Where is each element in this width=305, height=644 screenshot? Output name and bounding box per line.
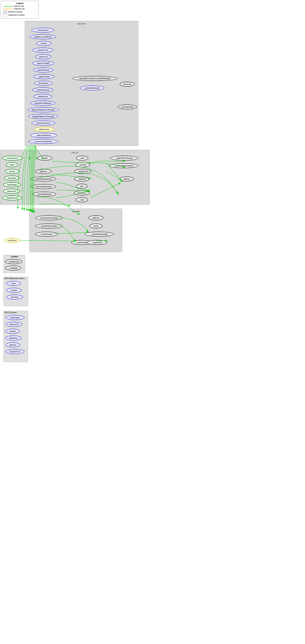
buytruth-label: BuyTruth (77, 22, 86, 25)
node-erc20-allowance[interactable]: allowance (74, 190, 90, 196)
node-erc20-name[interactable]: name (6, 162, 18, 167)
legend-item-internal: Internal Call (3, 5, 36, 7)
node-erc20-beforetokentransfer[interactable]: _beforeTokenTransfer (109, 163, 138, 168)
undefined-contract-label: Undefined Contract (8, 14, 24, 16)
erc20-container: ERC20 <Constructor> name symbol decimals… (0, 150, 150, 205)
node-ierc20meta-decimals[interactable]: decimals (6, 294, 23, 300)
context-container: Context _msgSender _msgData (4, 255, 25, 273)
internal-call-label: Internal Call (14, 5, 24, 7)
internal-call-line (3, 6, 13, 6)
ownable-container: Ownable renounceOwnership transferOwners… (30, 208, 122, 252)
node-ierc20-approve[interactable]: approve (6, 342, 20, 347)
node-bt-availablerewards[interactable]: availableRewards (80, 86, 104, 90)
node-erc20-spendallowance[interactable]: _spendAllowance (32, 192, 56, 196)
node-erc20-increaseallowance[interactable]: increaseAllowance (32, 184, 56, 189)
ierc20-container: IERC20 (iface) totalSupply balanceOf tra… (4, 311, 28, 362)
node-ierc20-totalsupply[interactable]: totalSupply (6, 315, 24, 320)
node-bt-lpmaintainer[interactable]: lpMaintainer (34, 127, 54, 132)
ownable-label: Ownable (72, 210, 80, 212)
external-call-label: External Call (14, 8, 25, 10)
node-bt-totalburned[interactable]: totalBurned (33, 94, 52, 99)
node-ownable-msgsender[interactable]: _msgSender (86, 240, 107, 245)
node-bt-charityaddress[interactable]: charityAddress (32, 88, 53, 92)
node-bt-isexempt[interactable]: isExempt (120, 82, 135, 87)
node-erc20-burn[interactable]: _burn (76, 156, 88, 160)
ierc20metadata-label: IERC20Metadata (iface) (4, 277, 28, 280)
node-bt-devaddress[interactable]: devAddress (34, 81, 52, 86)
node-bt-updatelaunchblocks[interactable]: updateLaunchBlocks (30, 34, 56, 39)
node-erc20-address[interactable]: address (120, 176, 134, 182)
node-bt-transferfrom[interactable]: transferFrom (32, 48, 53, 52)
undefined-contract-box (3, 14, 7, 16)
node-bt-rewardspoolbalance[interactable]: rewardsPoolBalance (30, 101, 55, 106)
node-ownable-transfer[interactable]: transferOwnership (35, 224, 63, 228)
node-erc20-transferfrom[interactable]: transferFrom (2, 196, 22, 200)
node-ierc20meta-name[interactable]: name (6, 281, 21, 286)
node-ownable-address[interactable]: address (88, 215, 104, 220)
node-bt-supplyeligible[interactable]: supplyEligibleForRewards (28, 114, 58, 119)
node-ierc20-allowance[interactable]: allowance (6, 336, 22, 340)
ierc20metadata-container: IERC20Metadata (iface) name symbol decim… (4, 277, 28, 306)
diagram: Legend Internal Call External Call Defin… (0, 0, 305, 644)
node-ierc20meta-symbol[interactable]: symbol (6, 288, 22, 293)
buytruth-container: BuyTruth <Constructor> updateLaunchBlock… (25, 21, 138, 146)
node-erc20-constructor[interactable]: <Constructor> (2, 156, 23, 160)
legend-item-external: External Call (3, 8, 36, 10)
node-erc20-msgsender[interactable]: _msgSender (74, 169, 91, 174)
node-erc20-balanceof[interactable]: balanceOf (3, 189, 20, 194)
node-bt-balanceof[interactable]: balanceOf (35, 54, 51, 59)
node-erc20-approve-right[interactable]: _approve (74, 176, 89, 182)
node-bt-balancetotalof[interactable]: balanceTotalOf (32, 61, 54, 66)
node-ierc20-transferfrom[interactable]: transferFrom (6, 349, 24, 354)
node-bt-numdaysheld[interactable]: numDaysHeld (118, 104, 137, 110)
erc20-label: ERC20 (72, 152, 78, 154)
node-bt-blockstilllaunch[interactable]: blocksTillLaunch (32, 120, 55, 126)
ierc20-label: IERC20 (iface) (4, 311, 28, 314)
node-bt-claimrewards[interactable]: claimRewards (33, 68, 53, 72)
node-ierc20-balanceof[interactable]: balanceOf (6, 322, 22, 327)
legend: Legend Internal Call External Call Defin… (1, 1, 39, 18)
node-erc20-type[interactable]: type (76, 184, 88, 189)
node-bt-transfer[interactable]: transfer (36, 41, 51, 46)
node-ownable-constructor[interactable]: <Constructor> (35, 232, 58, 236)
node-bt-calculatepenalty[interactable]: calculatePenaltyPercentWithMultiplier (72, 76, 118, 81)
node-ownable-renounce[interactable]: renounceOwnership (35, 215, 63, 220)
node-bt-balanceeligible[interactable]: balanceEligibleForRewards (28, 107, 59, 112)
node-erc20-decimals[interactable]: decimals (4, 176, 20, 180)
external-call-line (3, 9, 13, 9)
defined-contract-label: Defined Contract (8, 11, 22, 13)
legend-item-defined: Defined Contract (3, 10, 36, 13)
node-context-msgdata[interactable]: _msgData (5, 266, 21, 270)
node-erc20-aftertokentransfer[interactable]: _afterTokenTransfer (110, 156, 138, 160)
defined-contract-box (3, 10, 7, 13)
node-erc20-symbol[interactable]: symbol (5, 169, 19, 174)
node-erc20-approve[interactable]: approve (35, 169, 51, 174)
node-onlyowner[interactable]: onlyOwner (4, 238, 20, 243)
node-erc20-transfer-right[interactable]: _transfer (75, 162, 90, 167)
node-bt-addliquiditypool[interactable]: addLiquidityPool (30, 133, 57, 138)
node-ierc20-transfer[interactable]: transfer (6, 329, 20, 334)
node-erc20-mint[interactable]: _mint (76, 197, 88, 202)
node-bt-removeliquiditypool[interactable]: removeLiquidityPool (28, 139, 58, 144)
node-bt-applypenalty[interactable]: _applyPenalty (33, 74, 54, 79)
node-bt-constructor[interactable]: <Constructor> (32, 28, 54, 32)
node-erc20-transfer-mid[interactable]: transfer (37, 156, 52, 160)
legend-item-undefined: Undefined Contract (3, 14, 36, 16)
context-label: Context (4, 255, 25, 258)
node-context-msgsender[interactable]: _msgSender (5, 259, 22, 264)
node-ownable-transferownership[interactable]: _transferOwnership (84, 232, 114, 236)
node-ownable-owner[interactable]: owner (89, 224, 102, 228)
node-erc20-decreaseallowance[interactable]: decreaseAllowance (32, 176, 56, 182)
legend-title: Legend (3, 2, 36, 4)
node-erc20-totalsupply[interactable]: totalSupply (3, 182, 21, 187)
